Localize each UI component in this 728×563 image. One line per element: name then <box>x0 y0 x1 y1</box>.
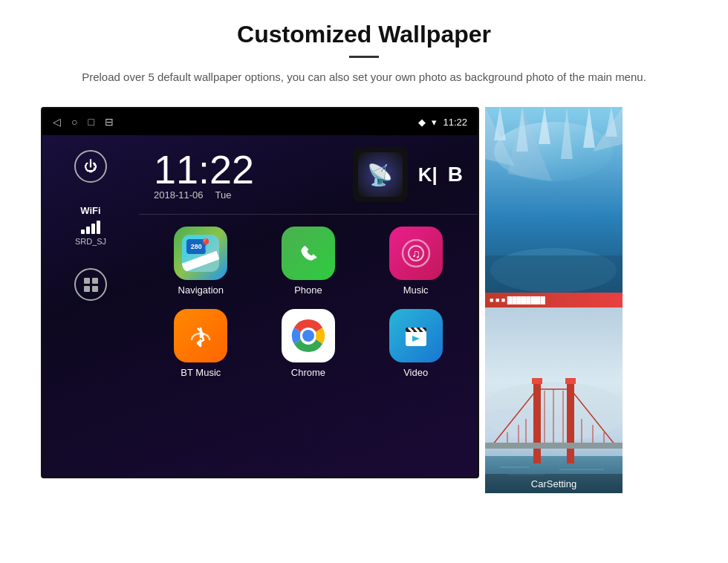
svg-rect-36 <box>565 378 576 384</box>
grid-dot-2 <box>92 278 98 284</box>
app-item-chrome[interactable]: Chrome <box>261 309 356 378</box>
svg-rect-35 <box>532 378 542 384</box>
carsetting-label-area: CarSetting <box>485 474 623 493</box>
apps-grid-icon <box>84 278 98 292</box>
app-item-navigation[interactable]: 280 📍 Navigation <box>154 227 248 296</box>
navigation-label: Navigation <box>178 284 224 296</box>
chrome-svg <box>289 316 328 355</box>
ice-cave-image <box>485 107 623 293</box>
wifi-ssid: SRD_SJ <box>75 237 106 246</box>
video-label: Video <box>403 367 428 378</box>
app-item-btmusic[interactable]: BT Music <box>154 309 248 378</box>
center-content: 11:22 2018-11-06 Tue 📡 K| B <box>139 135 478 477</box>
music-label: Music <box>403 284 429 296</box>
wifi-icon: ▾ <box>432 117 437 128</box>
status-bar-right: ◆ ▾ 11:22 <box>418 117 467 128</box>
strip-text: ■ ■ ■ ████████ <box>490 296 545 304</box>
main-content: ◁ ○ □ ⊟ ◆ ▾ 11:22 ⏻ WiFi <box>0 100 728 493</box>
day-display: Tue <box>215 189 232 201</box>
btmusic-icon <box>174 309 227 362</box>
svg-rect-33 <box>533 382 541 463</box>
carsetting-label: CarSetting <box>531 478 576 489</box>
page-header: Customized Wallpaper Preload over 5 defa… <box>0 0 728 100</box>
navigation-icon: 280 📍 <box>174 227 227 280</box>
wifi-bar-2 <box>86 227 90 234</box>
nav-buttons: ◁ ○ □ ⊟ <box>53 116 114 128</box>
recents-icon[interactable]: □ <box>88 116 94 128</box>
clock-right-widgets: 📡 K| B <box>353 147 463 202</box>
home-icon[interactable]: ○ <box>71 116 77 128</box>
page-title: Customized Wallpaper <box>59 21 669 48</box>
phone-svg <box>293 238 323 268</box>
page-description: Preload over 5 default wallpaper options… <box>59 68 669 86</box>
clock-area: 11:22 2018-11-06 Tue 📡 K| B <box>139 135 478 215</box>
btmusic-label: BT Music <box>181 367 221 378</box>
power-button[interactable]: ⏻ <box>74 150 107 183</box>
wifi-widget: WiFi SRD_SJ <box>75 205 106 246</box>
phone-label: Phone <box>294 284 322 296</box>
grid-dot-4 <box>92 286 98 292</box>
btmusic-svg <box>184 319 217 352</box>
chrome-icon <box>282 309 335 362</box>
location-icon: ◆ <box>418 117 426 128</box>
grid-dot-3 <box>84 286 90 292</box>
screenshot-icon[interactable]: ⊟ <box>105 116 114 128</box>
wifi-label: WiFi <box>75 205 106 216</box>
svg-rect-34 <box>567 382 574 463</box>
date-display: 2018-11-06 <box>154 189 204 201</box>
ki-button[interactable]: K| <box>418 163 438 186</box>
ice-cave-svg <box>485 107 623 293</box>
music-svg: ♫ <box>400 237 432 270</box>
phone-icon <box>282 227 335 280</box>
wallpaper-previews: ■ ■ ■ ████████ <box>485 107 623 493</box>
status-bar: ◁ ○ □ ⊟ ◆ ▾ 11:22 <box>42 108 478 135</box>
map-road <box>182 251 219 272</box>
wifi-bar-4 <box>97 221 100 234</box>
clock-display: 11:22 2018-11-06 Tue <box>154 149 254 201</box>
b-button[interactable]: B <box>448 163 463 186</box>
app-item-phone[interactable]: Phone <box>261 227 356 296</box>
svg-rect-40 <box>485 443 623 449</box>
back-icon[interactable]: ◁ <box>53 116 61 128</box>
wifi-bar-1 <box>81 230 85 234</box>
left-sidebar: ⏻ WiFi SRD_SJ <box>42 135 139 477</box>
map-background: 280 📍 <box>182 235 219 272</box>
app-grid: 280 📍 Navigation Phone <box>139 215 478 390</box>
bridge-wallpaper[interactable]: CarSetting <box>485 307 623 493</box>
svg-text:♫: ♫ <box>412 247 420 260</box>
video-svg <box>400 319 432 352</box>
android-screen-mockup: ◁ ○ □ ⊟ ◆ ▾ 11:22 ⏻ WiFi <box>41 107 479 478</box>
radio-widget[interactable]: 📡 <box>353 147 408 202</box>
wifi-signal <box>75 219 106 234</box>
title-divider <box>349 56 379 58</box>
bridge-svg <box>485 307 623 493</box>
music-icon: ♫ <box>389 227 443 280</box>
clock-time: 11:22 <box>154 149 254 189</box>
wifi-bar-3 <box>91 224 95 234</box>
radio-inner: 📡 <box>358 152 403 197</box>
apps-drawer-button[interactable] <box>74 268 107 301</box>
ice-cave-wallpaper[interactable] <box>485 107 623 293</box>
app-item-video[interactable]: Video <box>368 309 463 378</box>
map-pin: 📍 <box>198 238 213 252</box>
radio-signal-icon: 📡 <box>367 163 393 187</box>
svg-point-5 <box>302 330 314 342</box>
wallpaper-strip: ■ ■ ■ ████████ <box>485 293 623 307</box>
video-icon <box>389 309 443 362</box>
grid-dot-1 <box>84 278 90 284</box>
app-item-music[interactable]: ♫ Music <box>368 227 463 296</box>
screen-body: ⏻ WiFi SRD_SJ <box>42 135 478 477</box>
status-time: 11:22 <box>443 117 467 128</box>
chrome-label: Chrome <box>291 367 325 378</box>
svg-rect-25 <box>485 256 623 293</box>
